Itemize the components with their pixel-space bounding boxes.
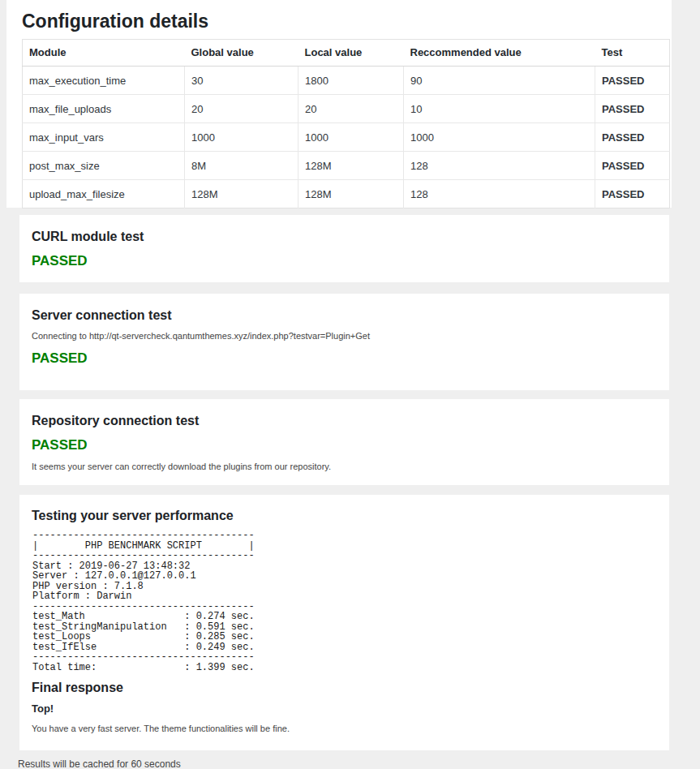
- table-row: upload_max_filesize 128M 128M 128 PASSED: [23, 180, 670, 208]
- local-value: 128M: [298, 180, 404, 208]
- module-name: max_execution_time: [23, 67, 185, 95]
- local-value: 128M: [298, 152, 404, 180]
- benchmark-output: -------------------------------------- |…: [32, 531, 657, 672]
- repository-test-status: PASSED: [32, 437, 657, 453]
- recommended-value: 1000: [404, 123, 595, 152]
- local-value: 1000: [298, 123, 404, 152]
- configuration-table: Module Global value Local value Reccomme…: [22, 39, 670, 208]
- global-value: 1000: [185, 123, 298, 152]
- final-response-title: Final response: [32, 680, 657, 695]
- cache-note: Results will be cached for 60 seconds: [18, 758, 181, 769]
- table-row: post_max_size 8M 128M 128 PASSED: [23, 152, 670, 180]
- configuration-details-card: Configuration details Module Global valu…: [6, 0, 672, 208]
- curl-test-status: PASSED: [32, 253, 657, 269]
- repository-test-title: Repository connection test: [32, 413, 657, 428]
- performance-title: Testing your server performance: [32, 508, 657, 523]
- final-response-verdict: Top!: [32, 702, 657, 715]
- column-header-global-value: Global value: [185, 40, 298, 67]
- column-header-local-value: Local value: [298, 40, 404, 67]
- column-header-recommended-value: Reccommended value: [404, 40, 595, 67]
- global-value: 20: [185, 95, 298, 123]
- table-row: max_file_uploads 20 20 10 PASSED: [23, 95, 670, 123]
- column-header-module: Module: [23, 40, 185, 67]
- column-header-test: Test: [595, 40, 670, 67]
- curl-module-test-card: CURL module test PASSED: [19, 215, 669, 282]
- local-value: 20: [298, 95, 404, 123]
- repository-test-note: It seems your server can correctly downl…: [32, 462, 657, 472]
- module-name: upload_max_filesize: [23, 180, 185, 208]
- test-status: PASSED: [595, 67, 670, 95]
- final-response-message: You have a very fast server. The theme f…: [32, 724, 657, 734]
- global-value: 8M: [185, 152, 298, 180]
- server-performance-card: Testing your server performance --------…: [19, 495, 669, 750]
- global-value: 128M: [185, 180, 298, 208]
- table-row: max_input_vars 1000 1000 1000 PASSED: [23, 123, 670, 152]
- module-name: max_input_vars: [23, 123, 185, 152]
- repository-connection-test-card: Repository connection test PASSED It see…: [19, 399, 669, 485]
- recommended-value: 128: [404, 152, 595, 180]
- recommended-value: 128: [404, 180, 595, 208]
- curl-test-title: CURL module test: [32, 229, 657, 244]
- table-header-row: Module Global value Local value Reccomme…: [23, 40, 670, 67]
- test-status: PASSED: [595, 152, 670, 180]
- module-name: post_max_size: [23, 152, 185, 180]
- server-test-title: Server connection test: [32, 307, 657, 323]
- module-name: max_file_uploads: [23, 95, 185, 123]
- global-value: 30: [185, 67, 298, 95]
- table-row: max_execution_time 30 1800 90 PASSED: [23, 67, 670, 95]
- recommended-value: 90: [404, 67, 595, 95]
- local-value: 1800: [298, 67, 404, 95]
- test-status: PASSED: [595, 180, 670, 208]
- test-status: PASSED: [595, 95, 670, 123]
- server-test-status: PASSED: [32, 350, 657, 367]
- recommended-value: 10: [404, 95, 595, 123]
- test-status: PASSED: [595, 123, 670, 152]
- server-connection-test-card: Server connection test Connecting to htt…: [19, 294, 669, 390]
- page-title: Configuration details: [6, 0, 672, 32]
- server-test-note: Connecting to http://qt-servercheck.qant…: [32, 331, 657, 342]
